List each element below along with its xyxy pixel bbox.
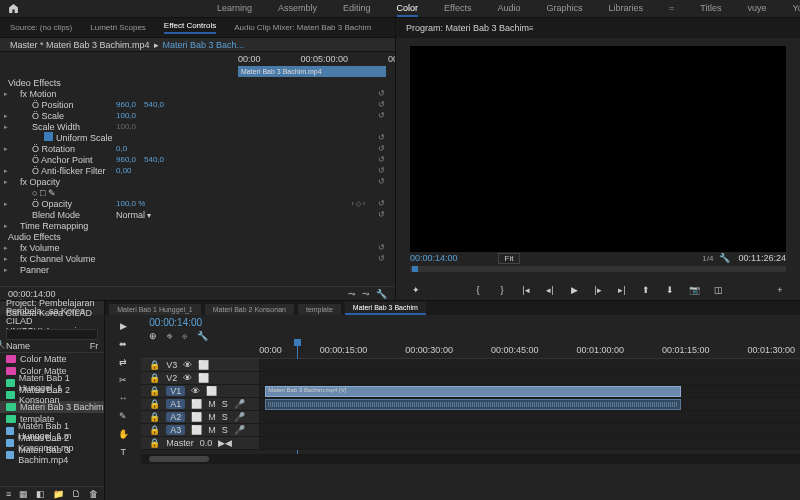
video-viewport[interactable] [410, 46, 786, 252]
track-select-tool-icon[interactable]: ⬌ [116, 337, 130, 351]
seq-tab[interactable]: template [298, 304, 341, 315]
pos-y[interactable]: 540,0 [144, 100, 164, 109]
ws-learning[interactable]: Learning [217, 1, 252, 17]
uniform-checkbox[interactable] [44, 132, 53, 141]
extract-icon[interactable]: ⬇ [664, 284, 676, 296]
seq-tab[interactable]: Materi Bab 3 Bachim [345, 302, 426, 315]
a1-lock[interactable]: 🔒 [149, 399, 160, 409]
res-select[interactable]: 1/4 [702, 254, 713, 263]
type-tool-icon[interactable]: T [116, 445, 130, 459]
seq-tab[interactable]: Materi Bab 1 Hunggel_1 [109, 304, 201, 315]
timeline-timecode[interactable]: 00:00:14:00 [149, 317, 202, 328]
ws-assembly[interactable]: Assembly [278, 1, 317, 17]
v1-label[interactable]: V1 [166, 386, 185, 396]
add-button-icon[interactable]: + [774, 284, 786, 296]
a1-clip[interactable] [265, 399, 681, 410]
ws-libraries[interactable]: Libraries [609, 1, 644, 17]
view-free-icon[interactable]: ◧ [36, 489, 45, 499]
go-in-icon[interactable]: |◂ [520, 284, 532, 296]
a3-label[interactable]: A3 [166, 425, 185, 435]
v1-lock[interactable]: 🔒 [149, 386, 160, 396]
bin-item[interactable]: Materi Bab 2 Konsonan [0, 389, 104, 401]
v1-clip[interactable]: Materi Bab 3 Bachim.mp4 [V] [265, 386, 681, 397]
bin-item[interactable]: Materi Bab 3 Bachim [0, 401, 104, 413]
mask-icons[interactable]: ○ □ ✎ [8, 188, 56, 198]
tab-source[interactable]: Source: (no clips) [10, 23, 72, 32]
v2-label[interactable]: V2 [166, 373, 177, 383]
h-scrollbar[interactable] [141, 454, 800, 464]
anchor-x[interactable]: 960,0 [116, 155, 136, 164]
a1-label[interactable]: A1 [166, 399, 185, 409]
a2-lock[interactable]: 🔒 [149, 412, 160, 422]
slip-tool-icon[interactable]: ↔ [116, 391, 130, 405]
mark-in-icon[interactable]: { [472, 284, 484, 296]
hand-tool-icon[interactable]: ✋ [116, 427, 130, 441]
wrench-icon[interactable]: 🔧 [376, 289, 387, 299]
settings-tl-icon[interactable]: 🔧 [197, 331, 208, 341]
ws-editing[interactable]: Editing [343, 1, 371, 17]
name-column[interactable]: Name [6, 341, 30, 352]
fx-motion[interactable]: fx Motion [8, 89, 57, 99]
scrubber[interactable] [410, 266, 786, 272]
mini-ruler[interactable]: 00:00 00:05:00:00 00:10:00:00 [0, 52, 395, 66]
v2-lock[interactable]: 🔒 [149, 373, 160, 383]
rot-val[interactable]: 0,0 [116, 144, 127, 153]
go-out-icon[interactable]: ▸| [616, 284, 628, 296]
tab-effect-controls[interactable]: Effect Controls [164, 21, 216, 34]
fx-timeremap[interactable]: Time Remapping [8, 221, 88, 231]
reset-icon[interactable]: ↺ [378, 89, 385, 98]
home-icon[interactable] [8, 3, 19, 15]
step-fwd-icon[interactable]: |▸ [592, 284, 604, 296]
a2-label[interactable]: A2 [166, 412, 185, 422]
anchor-y[interactable]: 540,0 [144, 155, 164, 164]
ws-graphics[interactable]: Graphics [546, 1, 582, 17]
fx-chvolume[interactable]: fx Channel Volume [8, 254, 96, 264]
fit-select[interactable]: Fit [498, 253, 521, 264]
program-timecode[interactable]: 00:00:14:00 [410, 253, 458, 263]
lift-icon[interactable]: ⬆ [640, 284, 652, 296]
mini-clip[interactable]: Materi Bab 3 Bachim.mp4 [238, 66, 386, 77]
ws-vuye[interactable]: vuye [747, 1, 766, 17]
v3-lock[interactable]: 🔒 [149, 360, 160, 370]
mark-out-icon[interactable]: } [496, 284, 508, 296]
play-icon[interactable]: ▶ [568, 284, 580, 296]
seq-tab[interactable]: Materi Bab 2 Konsonan [205, 304, 294, 315]
v3-label[interactable]: V3 [166, 360, 177, 370]
zoom-wave-icon[interactable]: ⤳ [362, 289, 370, 299]
bin-item[interactable]: Color Matte [0, 353, 104, 365]
pen-tool-icon[interactable]: ✎ [116, 409, 130, 423]
scale-val[interactable]: 100,0 [116, 111, 136, 120]
tab-lumetri[interactable]: Lumetri Scopes [90, 23, 146, 32]
trash-icon[interactable]: 🗑 [89, 489, 98, 499]
pos-x[interactable]: 960,0 [116, 100, 136, 109]
view-list-icon[interactable]: ≡ [6, 489, 11, 499]
view-icon-icon[interactable]: ▦ [19, 489, 28, 499]
zoom-curve-icon[interactable]: ⤳ [348, 289, 356, 299]
master-val[interactable]: 0.0 [200, 438, 213, 448]
af-val[interactable]: 0,00 [116, 166, 132, 175]
opacity-val[interactable]: 100,0 % [116, 199, 145, 208]
marker-icon[interactable]: ✦ [410, 284, 422, 296]
snap-icon[interactable]: ⊕ [149, 331, 157, 341]
timeline-ruler[interactable]: 00:0000:00:15:0000:00:30:0000:00:45:0000… [141, 341, 800, 359]
ws-youtuber[interactable]: Youtuber [792, 1, 800, 17]
new-item-icon[interactable]: 🗋 [72, 489, 81, 499]
compare-icon[interactable]: ◫ [712, 284, 724, 296]
marker-tl-icon[interactable]: ⟐ [182, 331, 187, 341]
search-icon[interactable]: 🔍 [0, 339, 5, 349]
link-icon[interactable]: ⎆ [167, 331, 172, 341]
step-back-icon[interactable]: ◂| [544, 284, 556, 296]
tab-audio-mixer[interactable]: Audio Clip Mixer: Materi Bab 3 Bachim [234, 23, 371, 32]
search-input[interactable] [6, 329, 98, 340]
ws-effects[interactable]: Effects [444, 1, 471, 17]
blend-select[interactable]: Normal ▾ [116, 210, 151, 220]
fx-opacity[interactable]: fx Opacity [8, 177, 60, 187]
ripple-tool-icon[interactable]: ⇄ [116, 355, 130, 369]
master-lock[interactable]: 🔒 [149, 438, 160, 448]
wrench-icon[interactable]: 🔧 [719, 253, 730, 263]
a3-lock[interactable]: 🔒 [149, 425, 160, 435]
ws-audio[interactable]: Audio [497, 1, 520, 17]
ws-color[interactable]: Color [397, 1, 419, 17]
fr-column[interactable]: Fr [90, 341, 99, 352]
export-frame-icon[interactable]: 📷 [688, 284, 700, 296]
